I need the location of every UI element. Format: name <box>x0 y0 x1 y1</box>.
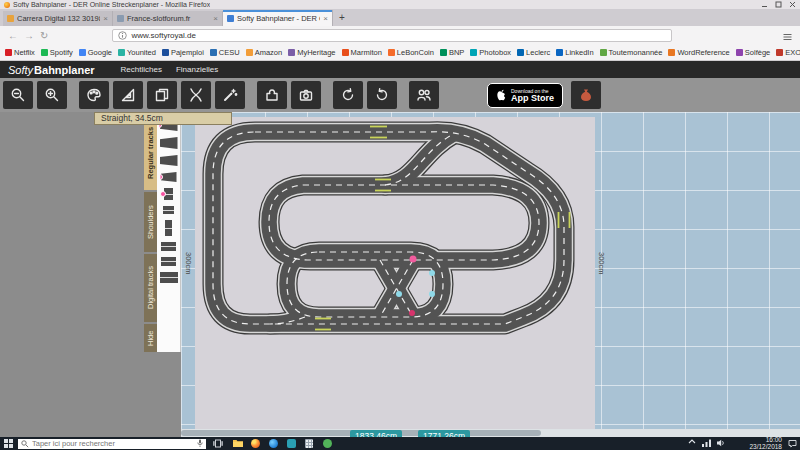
bookmark-myheritage[interactable]: MyHeritage <box>288 48 335 57</box>
site-info-icon[interactable] <box>118 31 127 40</box>
url-text[interactable]: www.softyroyal.de <box>131 31 195 40</box>
forward-icon[interactable]: → <box>24 31 34 41</box>
edge-icon[interactable] <box>269 439 278 448</box>
bookmark-favicon <box>288 49 295 56</box>
photos-icon[interactable] <box>287 439 296 448</box>
back-icon[interactable]: ← <box>8 31 18 41</box>
tab-softy-bahnplaner[interactable]: Softy Bahnplaner - DER Onlin... × <box>223 10 333 26</box>
rotate-ccw-button[interactable] <box>367 81 397 109</box>
duplicate-icon <box>154 87 170 103</box>
bookmark-toutemonannee[interactable]: Toutemonannée <box>600 48 663 57</box>
bookmark-linkedin[interactable]: LinkedIn <box>556 48 593 57</box>
bookmark-leclerc[interactable]: Leclerc <box>517 48 550 57</box>
notification-center-icon[interactable] <box>788 439 797 448</box>
palette-straight-half[interactable] <box>161 242 176 251</box>
lane-change-button[interactable] <box>181 81 211 109</box>
rotate-cw-button[interactable] <box>333 81 363 109</box>
tray-chevron-up-icon[interactable] <box>688 439 696 444</box>
bookmark-marmiton[interactable]: Marmiton <box>342 48 382 57</box>
side-tab-hide[interactable]: Hide <box>144 324 157 352</box>
tab-bar: Carrera Digital 132 30198 400... × Franc… <box>0 9 800 26</box>
volume-icon[interactable] <box>717 439 726 447</box>
bookmark-pajemploi[interactable]: Pajemploi <box>162 48 204 57</box>
screenshot-button[interactable] <box>291 81 321 109</box>
rotate-cw-icon <box>340 87 356 103</box>
tab-close-icon[interactable]: × <box>103 14 108 23</box>
cyan-handle-dot[interactable] <box>429 270 435 276</box>
bookmark-leboncoin[interactable]: LeBonCoin <box>388 48 434 57</box>
palette-icon <box>86 87 102 103</box>
set-square-button[interactable] <box>113 81 143 109</box>
red-handle-dot[interactable] <box>409 310 415 316</box>
duplicate-button[interactable] <box>147 81 177 109</box>
palette-straight-small[interactable] <box>163 206 174 214</box>
bookmark-amazon[interactable]: Amazon <box>246 48 283 57</box>
network-icon[interactable] <box>702 439 711 447</box>
tab-carrera[interactable]: Carrera Digital 132 30198 400... × <box>3 11 113 26</box>
palette-straight-quarter[interactable] <box>164 188 173 200</box>
magic-wand-icon <box>222 87 238 103</box>
menu-icon[interactable] <box>783 27 792 45</box>
side-tab-regular-tracks[interactable]: Regular tracks <box>144 116 157 190</box>
cyan-handle-dot[interactable] <box>396 291 402 297</box>
tab-close-icon[interactable]: × <box>213 14 218 23</box>
bookmark-bnp[interactable]: BNP <box>440 48 464 57</box>
bookmark-spotify[interactable]: Spotify <box>41 48 73 57</box>
taskbar-clock[interactable]: 16:00 23/12/2018 <box>736 437 782 450</box>
bookmark-favicon <box>470 49 477 56</box>
tab-close-icon[interactable]: × <box>323 14 328 23</box>
new-tab-button[interactable]: + <box>333 11 351 26</box>
close-button[interactable] <box>789 1 796 9</box>
palette-button[interactable] <box>79 81 109 109</box>
search-input[interactable] <box>32 439 194 448</box>
tab-label: France-slotforum.fr <box>127 14 210 23</box>
bookmark-photobox[interactable]: Photobox <box>470 48 511 57</box>
menu-item-rechtliches[interactable]: Rechtliches <box>121 65 162 74</box>
bookmark-cesu[interactable]: CESU <box>210 48 240 57</box>
palette-straight-third[interactable] <box>165 220 172 236</box>
url-bar[interactable]: www.softyroyal.de <box>112 29 672 42</box>
extensions-button[interactable] <box>257 81 287 109</box>
menu-item-finanzielles[interactable]: Finanzielles <box>176 65 218 74</box>
microphone-icon[interactable] <box>197 439 203 448</box>
taskbar-search[interactable] <box>18 439 206 449</box>
store-icon[interactable] <box>323 439 332 448</box>
money-bag-icon <box>578 87 594 103</box>
bookmark-favicon <box>342 49 349 56</box>
reload-icon[interactable]: ↻ <box>40 31 48 41</box>
firefox-taskbar-icon[interactable] <box>251 439 260 448</box>
minimize-button[interactable] <box>761 1 768 9</box>
palette-straight-half-2[interactable] <box>161 257 176 266</box>
bookmark-solfege[interactable]: Solfège <box>736 48 770 57</box>
zoom-in-button[interactable] <box>37 81 67 109</box>
bookmark-netflix[interactable]: Netflix <box>5 48 35 57</box>
drivers-button[interactable] <box>409 81 439 109</box>
bookmark-google[interactable]: Google <box>79 48 112 57</box>
puzzle-icon <box>264 87 280 103</box>
pink-handle-dot[interactable] <box>410 256 417 263</box>
bookmark-younited[interactable]: Younited <box>118 48 156 57</box>
appstore-badge[interactable]: Download on theApp Store <box>487 83 563 108</box>
magic-wand-button[interactable] <box>215 81 245 109</box>
tab-label: Carrera Digital 132 30198 400... <box>17 14 100 23</box>
ruler-right: 300cm <box>597 252 606 275</box>
tab-slotforum[interactable]: France-slotforum.fr × <box>113 11 223 26</box>
bookmark-favicon <box>246 49 253 56</box>
track-body[interactable] <box>213 132 564 324</box>
zoom-out-button[interactable] <box>3 81 33 109</box>
donate-button[interactable] <box>571 81 601 109</box>
maximize-button[interactable] <box>775 1 782 9</box>
file-explorer-icon[interactable] <box>233 439 243 447</box>
side-tab-digital-tracks[interactable]: Digital tracks <box>144 254 157 322</box>
task-view-icon[interactable] <box>213 439 223 448</box>
calculator-icon[interactable] <box>305 439 313 448</box>
bookmark-favicon <box>162 49 169 56</box>
app-header: Softy Bahnplaner Rechtliches Finanzielle… <box>0 61 800 78</box>
cyan-handle-dot[interactable] <box>429 291 435 297</box>
start-button[interactable] <box>4 439 13 448</box>
window-titlebar: Softy Bahnplaner - DER Online Streckenpl… <box>0 0 800 9</box>
side-tab-shoulders[interactable]: Shoulders <box>144 192 157 252</box>
bookmark-exoneit[interactable]: EXONEIT - beaucoup... <box>776 48 800 57</box>
bookmark-wordreference[interactable]: WordReference <box>668 48 729 57</box>
track-canvas[interactable] <box>175 112 595 437</box>
